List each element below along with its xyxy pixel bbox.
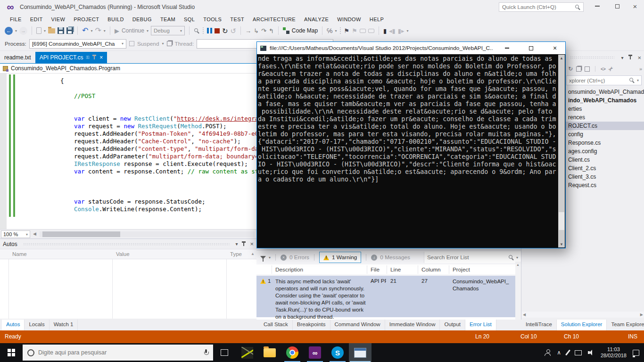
code-map-icon[interactable] [283,27,289,34]
show-threads-icon[interactable] [360,29,366,33]
start-button[interactable] [0,343,23,362]
messages-filter-button[interactable]: 0 Messages [380,254,410,261]
redo-dropdown-icon[interactable]: ▾ [104,29,106,33]
toggle-bookmark-icon[interactable]: ▮ [383,28,387,34]
autos-panel-header[interactable]: Autos ▾ × [0,239,256,249]
menu-file[interactable]: FILE [6,15,26,24]
toolbar-overflow-icon[interactable]: » [639,66,642,72]
error-list-row[interactable]: 1 This async method lacks 'await' operat… [256,276,515,317]
suspend-button[interactable]: Suspend [137,41,159,47]
task-view-button[interactable] [213,343,236,362]
code-line[interactable]: IRestResponse response = client.Execute(… [0,160,256,168]
tab-watch-1[interactable]: Watch 1 [50,320,78,330]
console-minimize-button[interactable] [496,42,517,54]
speaker-icon[interactable] [588,350,594,355]
threads-window-icon[interactable] [167,41,172,46]
scroll-right-icon[interactable]: ▶ [640,313,643,317]
scroll-left-icon[interactable]: ◀ [33,231,36,236]
step-over-icon[interactable]: ↷ [261,28,266,34]
restore-button[interactable] [609,0,625,12]
scroll-up-icon[interactable]: ▲ [558,55,565,61]
code-line[interactable] [0,190,256,198]
search-dropdown-icon[interactable]: ▾ [516,255,518,260]
quick-launch-input[interactable] [502,4,575,10]
network-icon[interactable] [575,350,582,355]
taskbar-visual-studio-app[interactable]: ∞ [304,343,326,362]
continue-play-icon[interactable]: ▶ [115,28,119,34]
col-type[interactable]: Type [230,251,242,257]
code-line[interactable]: { [0,77,256,85]
pin-icon[interactable] [241,241,246,247]
menu-architecture[interactable]: ARCHITECTURE [248,15,300,24]
tab-autos[interactable]: Autos [2,320,25,330]
diagnostics-icon[interactable]: ℅ [327,27,332,34]
open-file-icon[interactable] [48,28,55,33]
process-combo[interactable]: [6996] Consumindo_WebAPI_Cha▾ [29,39,126,49]
console-maximize-button[interactable] [520,42,541,54]
code-map-button[interactable]: Code Map [292,27,318,34]
tab-solution-explorer[interactable]: Solution Explorer [557,320,607,330]
people-icon[interactable] [545,349,551,356]
next-bookmark-icon[interactable]: ▮▸ [398,28,405,34]
minimize-button[interactable] [589,0,605,12]
tab-command-window[interactable]: Command Window [330,320,385,330]
navigate-forward-icon[interactable]: → [19,27,27,35]
col-project[interactable]: Project [453,266,470,273]
tab-error-list[interactable]: Error List [465,320,496,330]
quick-launch-box[interactable] [499,2,584,12]
action-center-icon[interactable] [633,350,639,356]
collapse-all-icon[interactable] [576,66,581,72]
scroll-down-icon[interactable]: ▼ [558,241,565,247]
error-list-search-box[interactable]: ▾ [424,252,521,263]
console-title-bar[interactable]: file:///C:/Users/Matheus/Documents/Visua… [257,42,565,54]
error-list-vscrollbar[interactable]: ▲ [515,262,521,320]
navigate-back-dropdown-icon[interactable]: ▾ [15,29,17,33]
restart-icon[interactable]: ↻ [222,27,228,34]
col-file[interactable]: File [371,266,380,273]
pin-icon[interactable] [92,55,97,60]
taskbar-search-box[interactable] [23,345,213,361]
tab-team-explorer[interactable]: Team Explorer [607,320,644,330]
tab-locals[interactable]: Locals [25,320,49,330]
solution-explorer-search-box[interactable]: ▾ [566,75,642,85]
navigate-back-icon[interactable]: ← [5,27,13,35]
console-window[interactable]: file:///C:/Users/Matheus/Documents/Visua… [256,41,566,248]
close-icon[interactable]: × [250,240,254,247]
unflag-threads-icon[interactable]: ⚑ [352,28,357,34]
close-button[interactable]: × [627,0,643,12]
code-line[interactable] [0,175,256,183]
redo-icon[interactable]: ↷ [95,27,101,34]
menu-build[interactable]: BUILD [103,15,128,24]
filter-dropdown-icon[interactable]: ▾ [269,255,271,260]
zoom-level-combo[interactable]: 100 %▾ [1,230,30,238]
close-icon[interactable]: × [637,54,641,61]
tab-readme[interactable]: readme.txt [0,52,35,63]
search-dropdown-icon[interactable]: ▾ [637,78,639,82]
save-all-icon[interactable] [66,27,73,34]
code-line[interactable]: request.AddHeader("content-type", "multi… [0,145,256,153]
attach-to-process-icon[interactable] [194,28,200,34]
col-value[interactable]: Value [116,251,130,257]
tab-output[interactable]: Output [440,320,465,330]
col-description[interactable]: Description [275,266,303,273]
menu-test[interactable]: TEST [226,15,248,24]
breadcrumb-type[interactable]: Consumindo_WebAPI_Chamados.Program [11,65,120,72]
debug-target-combo[interactable]: Debug▾ [151,26,185,35]
tab-immediate-window[interactable]: Immediate Window [385,320,440,330]
microphone-icon[interactable] [204,349,208,356]
code-line[interactable]: //POST [0,92,256,100]
solution-explorer-header[interactable]: ▾ × [568,54,641,61]
pen-icon[interactable] [565,350,570,356]
wrench-icon[interactable]: ✂ [607,65,615,73]
menu-debug[interactable]: DEBUG [128,15,156,24]
code-line[interactable]: request.AddHeader("Postman-Token", "4f69… [0,130,256,138]
menu-tools[interactable]: TOOLS [199,15,226,24]
code-line[interactable]: var statusCode = response.StatusCode; [0,198,256,206]
tab-breakpoints[interactable]: Breakpoints [293,320,330,330]
taskbar-console-app[interactable] [349,343,372,362]
scroll-up-icon[interactable]: ▲ [516,263,520,266]
tab-api-project[interactable]: API PROJECT.cs ⚿ × [35,52,107,63]
code-line[interactable] [0,100,256,107]
continue-dropdown-icon[interactable]: ▾ [147,29,149,33]
continue-button[interactable]: Continue [122,27,144,34]
